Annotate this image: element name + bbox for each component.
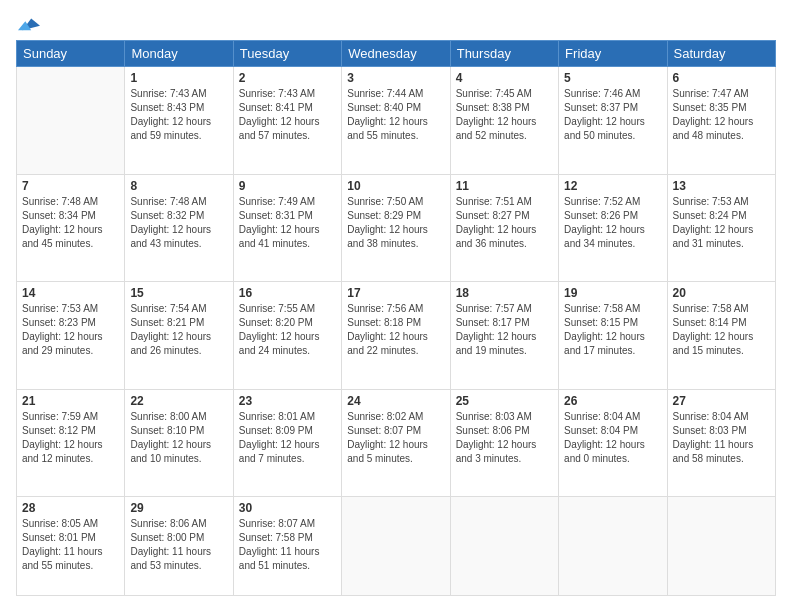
day-info: Sunrise: 7:48 AM Sunset: 8:32 PM Dayligh… <box>130 195 227 251</box>
calendar-cell <box>342 497 450 596</box>
calendar-cell: 2Sunrise: 7:43 AM Sunset: 8:41 PM Daylig… <box>233 67 341 175</box>
day-number: 25 <box>456 394 553 408</box>
day-info: Sunrise: 7:50 AM Sunset: 8:29 PM Dayligh… <box>347 195 444 251</box>
calendar-cell: 19Sunrise: 7:58 AM Sunset: 8:15 PM Dayli… <box>559 282 667 390</box>
day-number: 10 <box>347 179 444 193</box>
calendar-week-3: 21Sunrise: 7:59 AM Sunset: 8:12 PM Dayli… <box>17 389 776 497</box>
day-number: 26 <box>564 394 661 408</box>
day-number: 1 <box>130 71 227 85</box>
calendar-cell: 30Sunrise: 8:07 AM Sunset: 7:58 PM Dayli… <box>233 497 341 596</box>
calendar-cell: 7Sunrise: 7:48 AM Sunset: 8:34 PM Daylig… <box>17 174 125 282</box>
calendar-cell: 15Sunrise: 7:54 AM Sunset: 8:21 PM Dayli… <box>125 282 233 390</box>
calendar-cell: 5Sunrise: 7:46 AM Sunset: 8:37 PM Daylig… <box>559 67 667 175</box>
calendar-cell: 24Sunrise: 8:02 AM Sunset: 8:07 PM Dayli… <box>342 389 450 497</box>
page: SundayMondayTuesdayWednesdayThursdayFrid… <box>0 0 792 612</box>
day-number: 27 <box>673 394 770 408</box>
day-number: 21 <box>22 394 119 408</box>
day-info: Sunrise: 8:00 AM Sunset: 8:10 PM Dayligh… <box>130 410 227 466</box>
calendar-cell: 25Sunrise: 8:03 AM Sunset: 8:06 PM Dayli… <box>450 389 558 497</box>
calendar-cell: 6Sunrise: 7:47 AM Sunset: 8:35 PM Daylig… <box>667 67 775 175</box>
day-info: Sunrise: 7:53 AM Sunset: 8:24 PM Dayligh… <box>673 195 770 251</box>
calendar-cell: 12Sunrise: 7:52 AM Sunset: 8:26 PM Dayli… <box>559 174 667 282</box>
day-info: Sunrise: 7:56 AM Sunset: 8:18 PM Dayligh… <box>347 302 444 358</box>
day-info: Sunrise: 7:43 AM Sunset: 8:43 PM Dayligh… <box>130 87 227 143</box>
weekday-header-monday: Monday <box>125 41 233 67</box>
day-info: Sunrise: 7:49 AM Sunset: 8:31 PM Dayligh… <box>239 195 336 251</box>
day-number: 22 <box>130 394 227 408</box>
day-number: 17 <box>347 286 444 300</box>
day-info: Sunrise: 7:57 AM Sunset: 8:17 PM Dayligh… <box>456 302 553 358</box>
day-number: 8 <box>130 179 227 193</box>
day-number: 3 <box>347 71 444 85</box>
day-info: Sunrise: 7:58 AM Sunset: 8:15 PM Dayligh… <box>564 302 661 358</box>
day-info: Sunrise: 8:01 AM Sunset: 8:09 PM Dayligh… <box>239 410 336 466</box>
day-info: Sunrise: 7:59 AM Sunset: 8:12 PM Dayligh… <box>22 410 119 466</box>
calendar-cell: 13Sunrise: 7:53 AM Sunset: 8:24 PM Dayli… <box>667 174 775 282</box>
day-number: 4 <box>456 71 553 85</box>
day-info: Sunrise: 8:04 AM Sunset: 8:03 PM Dayligh… <box>673 410 770 466</box>
day-info: Sunrise: 7:48 AM Sunset: 8:34 PM Dayligh… <box>22 195 119 251</box>
weekday-header-wednesday: Wednesday <box>342 41 450 67</box>
header <box>16 16 776 30</box>
calendar-cell: 18Sunrise: 7:57 AM Sunset: 8:17 PM Dayli… <box>450 282 558 390</box>
calendar-cell: 21Sunrise: 7:59 AM Sunset: 8:12 PM Dayli… <box>17 389 125 497</box>
day-number: 18 <box>456 286 553 300</box>
calendar-week-0: 1Sunrise: 7:43 AM Sunset: 8:43 PM Daylig… <box>17 67 776 175</box>
calendar-cell: 3Sunrise: 7:44 AM Sunset: 8:40 PM Daylig… <box>342 67 450 175</box>
day-info: Sunrise: 7:53 AM Sunset: 8:23 PM Dayligh… <box>22 302 119 358</box>
day-number: 6 <box>673 71 770 85</box>
day-info: Sunrise: 7:54 AM Sunset: 8:21 PM Dayligh… <box>130 302 227 358</box>
day-number: 2 <box>239 71 336 85</box>
day-number: 13 <box>673 179 770 193</box>
day-number: 24 <box>347 394 444 408</box>
calendar-cell <box>667 497 775 596</box>
day-number: 15 <box>130 286 227 300</box>
calendar-cell <box>17 67 125 175</box>
day-number: 9 <box>239 179 336 193</box>
calendar-table: SundayMondayTuesdayWednesdayThursdayFrid… <box>16 40 776 596</box>
calendar-cell: 16Sunrise: 7:55 AM Sunset: 8:20 PM Dayli… <box>233 282 341 390</box>
day-info: Sunrise: 7:58 AM Sunset: 8:14 PM Dayligh… <box>673 302 770 358</box>
calendar-cell <box>450 497 558 596</box>
weekday-header-sunday: Sunday <box>17 41 125 67</box>
day-info: Sunrise: 7:52 AM Sunset: 8:26 PM Dayligh… <box>564 195 661 251</box>
calendar-cell: 26Sunrise: 8:04 AM Sunset: 8:04 PM Dayli… <box>559 389 667 497</box>
day-number: 30 <box>239 501 336 515</box>
day-info: Sunrise: 7:51 AM Sunset: 8:27 PM Dayligh… <box>456 195 553 251</box>
calendar-cell: 29Sunrise: 8:06 AM Sunset: 8:00 PM Dayli… <box>125 497 233 596</box>
weekday-header-friday: Friday <box>559 41 667 67</box>
weekday-header-thursday: Thursday <box>450 41 558 67</box>
day-info: Sunrise: 7:47 AM Sunset: 8:35 PM Dayligh… <box>673 87 770 143</box>
day-info: Sunrise: 8:05 AM Sunset: 8:01 PM Dayligh… <box>22 517 119 573</box>
calendar-cell <box>559 497 667 596</box>
calendar-week-4: 28Sunrise: 8:05 AM Sunset: 8:01 PM Dayli… <box>17 497 776 596</box>
day-info: Sunrise: 7:43 AM Sunset: 8:41 PM Dayligh… <box>239 87 336 143</box>
day-number: 7 <box>22 179 119 193</box>
day-number: 11 <box>456 179 553 193</box>
day-info: Sunrise: 8:06 AM Sunset: 8:00 PM Dayligh… <box>130 517 227 573</box>
day-number: 14 <box>22 286 119 300</box>
logo <box>16 16 40 30</box>
day-info: Sunrise: 8:03 AM Sunset: 8:06 PM Dayligh… <box>456 410 553 466</box>
calendar-cell: 11Sunrise: 7:51 AM Sunset: 8:27 PM Dayli… <box>450 174 558 282</box>
calendar-cell: 22Sunrise: 8:00 AM Sunset: 8:10 PM Dayli… <box>125 389 233 497</box>
calendar-cell: 8Sunrise: 7:48 AM Sunset: 8:32 PM Daylig… <box>125 174 233 282</box>
day-number: 20 <box>673 286 770 300</box>
calendar-cell: 23Sunrise: 8:01 AM Sunset: 8:09 PM Dayli… <box>233 389 341 497</box>
day-number: 16 <box>239 286 336 300</box>
day-info: Sunrise: 8:04 AM Sunset: 8:04 PM Dayligh… <box>564 410 661 466</box>
logo-icon <box>18 16 40 34</box>
day-info: Sunrise: 7:45 AM Sunset: 8:38 PM Dayligh… <box>456 87 553 143</box>
day-number: 12 <box>564 179 661 193</box>
day-number: 19 <box>564 286 661 300</box>
weekday-header-saturday: Saturday <box>667 41 775 67</box>
day-info: Sunrise: 8:07 AM Sunset: 7:58 PM Dayligh… <box>239 517 336 573</box>
calendar-cell: 28Sunrise: 8:05 AM Sunset: 8:01 PM Dayli… <box>17 497 125 596</box>
calendar-cell: 1Sunrise: 7:43 AM Sunset: 8:43 PM Daylig… <box>125 67 233 175</box>
day-number: 5 <box>564 71 661 85</box>
day-info: Sunrise: 7:55 AM Sunset: 8:20 PM Dayligh… <box>239 302 336 358</box>
calendar-cell: 14Sunrise: 7:53 AM Sunset: 8:23 PM Dayli… <box>17 282 125 390</box>
calendar-cell: 10Sunrise: 7:50 AM Sunset: 8:29 PM Dayli… <box>342 174 450 282</box>
calendar-cell: 4Sunrise: 7:45 AM Sunset: 8:38 PM Daylig… <box>450 67 558 175</box>
calendar-cell: 17Sunrise: 7:56 AM Sunset: 8:18 PM Dayli… <box>342 282 450 390</box>
